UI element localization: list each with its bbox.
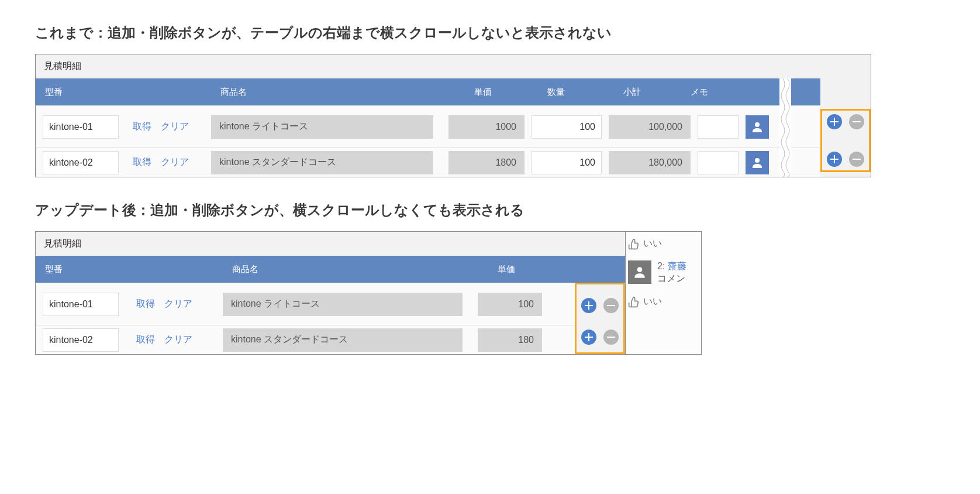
col-subtotal: 小計: [591, 87, 673, 98]
add-row-button[interactable]: [827, 152, 842, 167]
table-row: kintone-02 取得 クリア kintone スタンダードコース 180: [36, 325, 575, 354]
get-link[interactable]: 取得: [136, 334, 155, 346]
section-title-after: アップデート後：追加・削除ボタンが、横スクロールしなくても表示される: [35, 201, 945, 219]
model-input[interactable]: kintone-02: [43, 151, 119, 174]
col-memo: メモ: [673, 87, 726, 98]
table-row: kintone-01 取得 クリア kintone ライトコース 1000 10…: [36, 105, 820, 147]
col-model: 型番: [36, 87, 211, 98]
like-button[interactable]: いい: [628, 296, 699, 308]
product-name: kintone スタンダードコース: [211, 151, 433, 174]
minus-icon: [853, 155, 861, 163]
svg-point-2: [637, 267, 643, 272]
add-row-button[interactable]: [581, 298, 596, 313]
product-name: kintone ライトコース: [223, 293, 463, 316]
comment-item: 2: 齋藤 コメン: [628, 260, 699, 285]
table-row: kintone-02 取得 クリア kintone スタンダードコース 1800…: [36, 147, 820, 177]
table-header-row: 型番 商品名 単価 数量 小計 メモ: [36, 78, 820, 105]
clear-link[interactable]: クリア: [164, 298, 192, 310]
minus-icon: [607, 301, 615, 310]
get-link[interactable]: 取得: [133, 121, 151, 133]
table-before: 見積明細 型番 商品名 単価 数量 小計 メモ kintone-01 取得 クリ…: [35, 54, 871, 177]
plus-icon: [830, 155, 838, 163]
price-cell: 1000: [448, 115, 524, 139]
subtotal-cell: 180,000: [609, 151, 691, 174]
thumbs-up-icon: [628, 296, 640, 308]
like-button[interactable]: いい: [628, 238, 699, 250]
table-after: 見積明細 型番 商品名 単価 kintone-01 取得 クリア kintone…: [35, 231, 626, 355]
qty-input[interactable]: 100: [532, 151, 602, 174]
col-qty: 数量: [521, 87, 591, 98]
thumbs-up-icon: [628, 238, 640, 250]
clear-link[interactable]: クリア: [164, 334, 192, 346]
minus-icon: [853, 118, 861, 126]
memo-input[interactable]: [698, 115, 739, 139]
clear-link[interactable]: クリア: [161, 121, 189, 133]
row-actions-highlight: [575, 283, 625, 354]
user-select-button[interactable]: [746, 115, 769, 139]
comment-body: コメン: [657, 273, 686, 285]
product-name: kintone ライトコース: [211, 115, 433, 139]
svg-point-0: [755, 122, 760, 127]
remove-row-button[interactable]: [603, 298, 619, 313]
add-row-button[interactable]: [581, 330, 596, 345]
svg-point-1: [755, 158, 760, 163]
comment-side-panel: いい 2: 齋藤 コメン いい: [626, 231, 702, 355]
remove-row-button[interactable]: [849, 152, 864, 167]
plus-icon: [830, 118, 838, 126]
user-select-button[interactable]: [746, 151, 769, 174]
row-actions-highlight: [820, 109, 871, 172]
plus-icon: [585, 301, 593, 310]
model-input[interactable]: kintone-01: [43, 115, 119, 139]
comment-user-link[interactable]: 齋藤: [668, 261, 686, 271]
plus-icon: [585, 333, 593, 341]
add-row-button[interactable]: [827, 114, 842, 129]
price-cell: 100: [478, 293, 542, 316]
like-label: いい: [643, 238, 662, 250]
torn-edge-decoration: [779, 78, 791, 177]
minus-icon: [607, 333, 615, 341]
comment-index: 2:: [657, 261, 665, 271]
col-name: 商品名: [211, 87, 445, 98]
like-label: いい: [643, 296, 662, 308]
col-price: 単価: [474, 264, 539, 275]
model-input[interactable]: kintone-01: [43, 293, 119, 316]
model-input[interactable]: kintone-02: [43, 328, 119, 352]
table-label: 見積明細: [36, 54, 871, 78]
user-icon: [750, 156, 764, 170]
avatar: [628, 260, 651, 284]
user-icon: [632, 265, 647, 280]
remove-row-button[interactable]: [849, 114, 864, 129]
qty-input[interactable]: 100: [532, 115, 602, 139]
price-cell: 1800: [448, 151, 524, 174]
user-icon: [750, 120, 764, 134]
col-model: 型番: [36, 264, 223, 275]
remove-row-button[interactable]: [603, 330, 619, 345]
table-label: 見積明細: [36, 232, 625, 256]
table-header-row: 型番 商品名 単価: [36, 256, 625, 283]
subtotal-cell: 100,000: [609, 115, 691, 139]
price-cell: 180: [478, 328, 542, 352]
clear-link[interactable]: クリア: [161, 156, 189, 169]
col-name: 商品名: [223, 264, 474, 275]
section-title-before: これまで：追加・削除ボタンが、テーブルの右端まで横スクロールしないと表示されない: [35, 23, 945, 42]
get-link[interactable]: 取得: [133, 156, 151, 169]
col-price: 単価: [445, 87, 521, 98]
memo-input[interactable]: [698, 151, 739, 174]
product-name: kintone スタンダードコース: [223, 328, 463, 352]
table-row: kintone-01 取得 クリア kintone ライトコース 100: [36, 283, 575, 325]
get-link[interactable]: 取得: [136, 298, 155, 310]
